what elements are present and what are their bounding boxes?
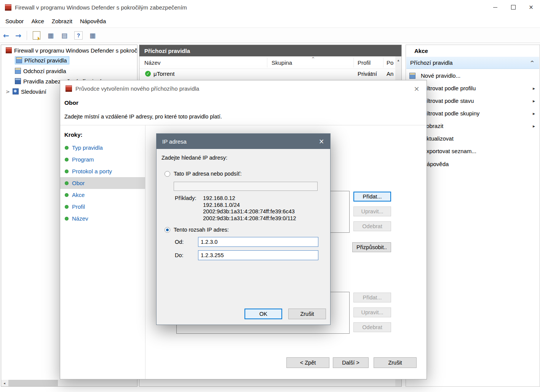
toolbar: ← → ▦ ▤ ? ▦ — [0, 28, 540, 43]
export-icon[interactable] — [33, 31, 40, 40]
radio-ip-range-label: Tento rozsah IP adres: — [174, 227, 229, 233]
step-protokol-a-porty[interactable]: Protokol a porty — [60, 165, 145, 177]
monitoring-icon — [13, 88, 19, 94]
sort-indicator-icon: ^ — [312, 57, 315, 61]
menu-zobrazit[interactable]: Zobrazit — [48, 14, 76, 27]
from-label: Od: — [175, 239, 184, 245]
scroll-up-icon[interactable]: ▴ — [398, 58, 399, 62]
column-skupina[interactable]: Skupina — [272, 56, 292, 69]
menu-napoveda[interactable]: Nápověda — [76, 14, 110, 27]
next-button[interactable]: Další > — [333, 357, 369, 368]
tree-item-outbound-rules[interactable]: Odchozí pravidla — [15, 66, 66, 76]
column-nazev[interactable]: Název — [144, 56, 161, 69]
radio-ip-range[interactable] — [165, 227, 170, 233]
step-typ-pravidla[interactable]: Typ pravidla — [60, 142, 145, 154]
export-list-icon[interactable]: ▤ — [59, 30, 70, 40]
console-window-icon[interactable]: ▦ — [45, 30, 56, 40]
wizard-divider — [60, 125, 427, 125]
wizard-close-button[interactable]: × — [411, 80, 423, 96]
inbound-rules-icon — [16, 57, 22, 63]
expander-icon[interactable]: > — [6, 89, 13, 94]
rule-name: μTorrent — [153, 70, 174, 77]
radio-single-ip-label: Tato IP adresa nebo podsíť: — [174, 171, 242, 177]
rule-profile: Privátní — [358, 70, 377, 77]
single-ip-input — [174, 182, 318, 191]
step-obor[interactable]: Obor — [60, 177, 145, 189]
from-ip-input[interactable] — [198, 237, 318, 247]
wizard-titlebar: Průvodce vytvořením nového příchozího pr… — [60, 80, 427, 96]
column-divider[interactable] — [353, 58, 354, 67]
rule-row[interactable]: ✓ μTorrent Privátní An — [139, 69, 395, 79]
actions-panel-title: Akce — [406, 45, 540, 57]
to-ip-input[interactable] — [198, 250, 318, 260]
edit-button: Upravit... — [353, 206, 391, 216]
column-divider[interactable] — [383, 58, 383, 67]
scroll-left-icon[interactable]: ◂ — [1, 380, 8, 386]
step-bullet-icon — [65, 193, 69, 197]
rules-column-headers: Název Skupina ^ Profil Po — [139, 56, 395, 69]
step-bullet-icon — [65, 181, 69, 185]
menu-akce[interactable]: Akce — [27, 14, 48, 27]
cancel-button[interactable]: Zrušit — [374, 357, 417, 368]
radio-single-ip[interactable] — [165, 171, 170, 177]
minimize-icon — [493, 7, 497, 8]
step-program[interactable]: Program — [60, 154, 145, 165]
step-akce[interactable]: Akce — [60, 189, 145, 201]
step-label: Typ pravidla — [72, 144, 103, 151]
ip-cancel-button[interactable]: Zrušit — [288, 309, 326, 319]
step-label: Program — [72, 156, 94, 163]
tree-item-inbound-rules[interactable]: Příchozí pravidla — [15, 55, 69, 65]
menu-bar: Soubor Akce Zobrazit Nápověda — [0, 14, 540, 28]
column-divider[interactable] — [267, 58, 267, 67]
wizard-page-heading: Obor — [64, 99, 78, 106]
example-line: 192.168.1.0/24 — [203, 202, 296, 209]
minimize-button[interactable] — [486, 0, 504, 14]
step-label: Název — [72, 215, 88, 222]
ip-address-dialog: IP adresa × Zadejte hledané IP adresy: T… — [156, 133, 331, 325]
close-button[interactable]: × — [522, 0, 540, 14]
to-label: Do: — [175, 252, 184, 258]
step-bullet-icon — [65, 158, 69, 162]
step-bullet-icon — [65, 170, 69, 173]
tree-item-monitoring[interactable]: > Sledování — [6, 86, 46, 96]
column-profil[interactable]: Profil — [358, 56, 371, 69]
add-button[interactable]: Přidat... — [353, 192, 391, 202]
app-window: Firewall v programu Windows Defender s p… — [0, 0, 540, 392]
ip-dialog-titlebar: IP adresa × — [157, 134, 330, 149]
actions-section-label: Příchozí pravidla — [410, 59, 453, 66]
submenu-arrow-icon: ▸ — [533, 86, 535, 91]
maximize-icon — [511, 5, 516, 10]
examples-label: Příklady: — [175, 195, 196, 201]
back-button[interactable]: < Zpět — [286, 357, 329, 368]
step-profil[interactable]: Profil — [60, 201, 145, 213]
wizard-steps-divider — [145, 125, 145, 379]
wizard-title: Průvodce vytvořením nového příchozího pr… — [75, 85, 199, 92]
tree-item-label: Firewall v programu Windows Defender s p… — [14, 47, 137, 54]
help-icon[interactable]: ? — [74, 31, 83, 40]
ip-dialog-prompt: Zadejte hledané IP adresy: — [161, 155, 227, 161]
customize-button[interactable]: Přizpůsobit.. — [352, 242, 391, 252]
menu-soubor[interactable]: Soubor — [2, 14, 27, 27]
maximize-button[interactable] — [504, 0, 522, 14]
wizard-steps-label: Kroky: — [64, 131, 83, 138]
back-icon[interactable]: ← — [0, 31, 12, 40]
remove-button: Odebrat — [353, 221, 391, 231]
forward-icon[interactable]: → — [12, 31, 24, 40]
tree-horizontal-scrollbar[interactable]: ◂ — [1, 380, 137, 386]
ok-button[interactable]: OK — [244, 309, 282, 319]
action-label: Filtrovat podle stavu — [423, 98, 474, 104]
scrollbar-thumb[interactable] — [8, 380, 58, 386]
submenu-arrow-icon: ▸ — [533, 111, 535, 116]
column-povoleno[interactable]: Po — [387, 56, 393, 69]
show-hide-panes-icon[interactable]: ▦ — [87, 30, 98, 40]
ip-dialog-close-button[interactable]: × — [313, 134, 330, 149]
ip-dialog-title: IP adresa — [162, 138, 187, 145]
toolbar-separator — [27, 31, 27, 40]
firewall-icon — [6, 47, 12, 53]
actions-section-inbound-rules[interactable]: Příchozí pravidla ^ — [406, 57, 539, 69]
tree-item-root[interactable]: Firewall v programu Windows Defender s p… — [6, 45, 137, 55]
new-rule-icon — [409, 73, 415, 79]
step-nazev[interactable]: Název — [60, 213, 145, 224]
collapse-chevron-icon[interactable]: ^ — [530, 60, 534, 66]
step-bullet-icon — [65, 146, 69, 150]
